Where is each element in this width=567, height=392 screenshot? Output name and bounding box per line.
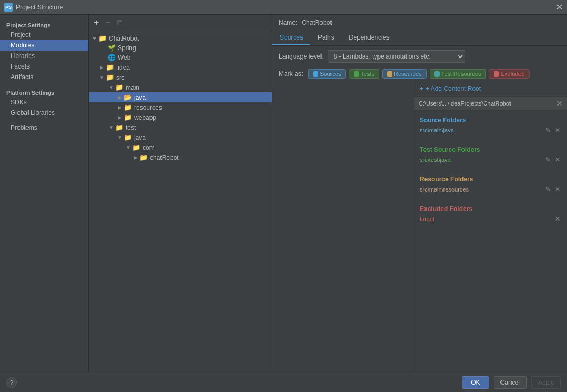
folder-icon-chatrobot: 📁 (98, 34, 107, 42)
source-folder-edit-0[interactable]: ✎ (544, 126, 552, 135)
sidebar-item-facets[interactable]: Facets (0, 61, 88, 72)
source-folder-remove-0[interactable]: ✕ (553, 126, 562, 135)
toggle-java-main[interactable]: ▶ (116, 94, 124, 100)
bottom-panels: + + Add Content Root C:\Users\...\IdeaPr… (272, 81, 567, 372)
app-icon: PS (4, 3, 13, 12)
tree-node-chatrobot[interactable]: ▼ 📁 ChatRobot (89, 33, 272, 43)
cancel-button[interactable]: Cancel (494, 376, 527, 389)
info-panel: + + Add Content Root C:\Users\...\IdeaPr… (414, 81, 567, 372)
sidebar-item-artifacts[interactable]: Artifacts (0, 72, 88, 82)
sidebar-item-problems[interactable]: Problems (0, 122, 88, 133)
sidebar-item-global-libraries[interactable]: Global Libraries (0, 108, 88, 118)
excluded-dot (494, 71, 499, 77)
excluded-folder-path-0: target (420, 216, 434, 222)
toggle-java-test[interactable]: ▼ (116, 135, 124, 140)
title-text: Project Structure (16, 4, 63, 11)
tree-node-java-test[interactable]: ▼ 📁 java (89, 132, 272, 142)
mark-as-sources-button[interactable]: Sources (308, 69, 346, 79)
excluded-folders-title: Excluded Folders (414, 203, 567, 214)
node-label-chatrobot: ChatRobot (109, 35, 139, 42)
tree-node-main[interactable]: ▼ 📁 main (89, 82, 272, 92)
folder-icon-java-main: 📂 (124, 93, 132, 101)
folder-icon-chatrobot-pkg: 📁 (139, 154, 148, 161)
resource-folders-section: Resource Folders src\main\resources ✎ ✕ (414, 169, 567, 199)
spring-icon: 🌱 (108, 44, 116, 52)
name-label: Name: (279, 19, 297, 26)
tree-node-com[interactable]: ▼ 📁 com (89, 142, 272, 152)
source-folder-path-0: src\main\java (420, 127, 454, 133)
toggle-chatrobot[interactable]: ▼ (91, 35, 98, 41)
tree-panel: + − ⧉ ▼ 📁 ChatRobot 🌱 Spring (89, 15, 272, 372)
toggle-chatrobot-pkg[interactable]: ▶ (132, 155, 139, 160)
toggle-webapp[interactable]: ▶ (116, 114, 124, 120)
folder-icon-resources: 📁 (124, 103, 132, 111)
copy-button[interactable]: ⧉ (115, 17, 125, 28)
excluded-folder-actions-0: ✕ (553, 215, 562, 223)
sidebar-item-modules[interactable]: Modules (0, 40, 88, 51)
excluded-folder-entry-0: target ✕ (414, 214, 567, 224)
resource-folder-actions-0: ✎ ✕ (544, 185, 562, 194)
resources-dot (387, 71, 392, 77)
tree-node-spring[interactable]: 🌱 Spring (89, 43, 272, 53)
mark-as-excluded-button[interactable]: Excluded (489, 69, 529, 79)
toggle-com[interactable]: ▼ (125, 145, 132, 150)
add-content-root-button[interactable]: + + Add Content Root (414, 81, 567, 97)
resource-folder-edit-0[interactable]: ✎ (544, 185, 552, 194)
window-close-button[interactable]: ✕ (556, 3, 563, 12)
source-folders-section: Source Folders src\main\java ✎ ✕ (414, 110, 567, 140)
tree-node-web[interactable]: 🌐 Web (89, 53, 272, 62)
test-folder-remove-0[interactable]: ✕ (553, 156, 562, 164)
tree-node-chatrobot-pkg[interactable]: ▶ 📁 chatRobot (89, 152, 272, 162)
web-icon: 🌐 (108, 54, 116, 61)
tree-node-webapp[interactable]: ▶ 📁 webapp (89, 112, 272, 122)
toggle-main[interactable]: ▼ (108, 84, 115, 90)
excluded-folder-remove-0[interactable]: ✕ (553, 215, 562, 223)
tab-sources[interactable]: Sources (272, 31, 310, 45)
folder-icon-webapp: 📁 (124, 113, 132, 121)
toggle-idea[interactable]: ▶ (98, 64, 106, 70)
help-button[interactable]: ? (6, 377, 17, 388)
sidebar-item-sdks[interactable]: SDKs (0, 97, 88, 108)
resource-folder-remove-0[interactable]: ✕ (553, 185, 562, 194)
language-level-select[interactable]: 8 - Lambdas, type annotations etc. (328, 50, 465, 63)
tree-toolbar: + − ⧉ (89, 15, 272, 31)
toggle-resources[interactable]: ▶ (116, 104, 124, 110)
tree-node-java-main[interactable]: ▶ 📂 java (89, 92, 272, 102)
add-button[interactable]: + (92, 17, 101, 28)
test-source-folders-title: Test Source Folders (414, 144, 567, 155)
ok-button[interactable]: OK (462, 376, 489, 389)
content-root-close-button[interactable]: ✕ (556, 99, 563, 108)
tree-node-resources[interactable]: ▶ 📁 resources (89, 102, 272, 112)
node-label-test: test (126, 124, 136, 131)
mark-as-row: Mark as: Sources Tests Resources Test Re… (272, 67, 567, 81)
name-value: ChatRobot (301, 19, 332, 26)
tree-node-idea[interactable]: ▶ 📁 .idea (89, 62, 272, 72)
mark-as-resources-button[interactable]: Resources (382, 69, 427, 79)
remove-button[interactable]: − (103, 17, 112, 28)
excluded-folders-section: Excluded Folders target ✕ (414, 199, 567, 228)
tab-dependencies[interactable]: Dependencies (342, 31, 397, 45)
sidebar-item-project[interactable]: Project (0, 30, 88, 40)
node-label-resources: resources (134, 104, 162, 111)
folder-icon-java-test: 📁 (124, 133, 132, 141)
test-folder-path-0: src\test\java (420, 157, 451, 163)
test-source-folders-section: Test Source Folders src\test\java ✎ ✕ (414, 140, 567, 169)
bottom-bar: ? OK Cancel Apply (0, 372, 567, 392)
node-label-spring: Spring (118, 44, 136, 52)
tabs-row: Sources Paths Dependencies (272, 31, 567, 46)
tree-node-test[interactable]: ▼ 📁 test (89, 122, 272, 132)
tests-dot (354, 71, 359, 77)
mark-as-tests-button[interactable]: Tests (349, 69, 379, 79)
mark-as-test-resources-button[interactable]: Test Resources (430, 69, 486, 79)
sidebar-item-libraries[interactable]: Libraries (0, 51, 88, 61)
tab-paths[interactable]: Paths (310, 31, 342, 45)
project-settings-title: Project Settings (0, 19, 88, 30)
folder-icon-main: 📁 (115, 83, 124, 91)
test-folder-edit-0[interactable]: ✎ (544, 156, 552, 164)
file-tree[interactable]: ▼ 📁 ChatRobot 🌱 Spring 🌐 Web (89, 31, 272, 372)
node-label-main: main (126, 84, 139, 91)
tree-node-src[interactable]: ▼ 📁 src (89, 72, 272, 82)
toggle-test[interactable]: ▼ (108, 125, 115, 130)
toggle-src[interactable]: ▼ (98, 74, 106, 80)
apply-button[interactable]: Apply (531, 376, 561, 389)
